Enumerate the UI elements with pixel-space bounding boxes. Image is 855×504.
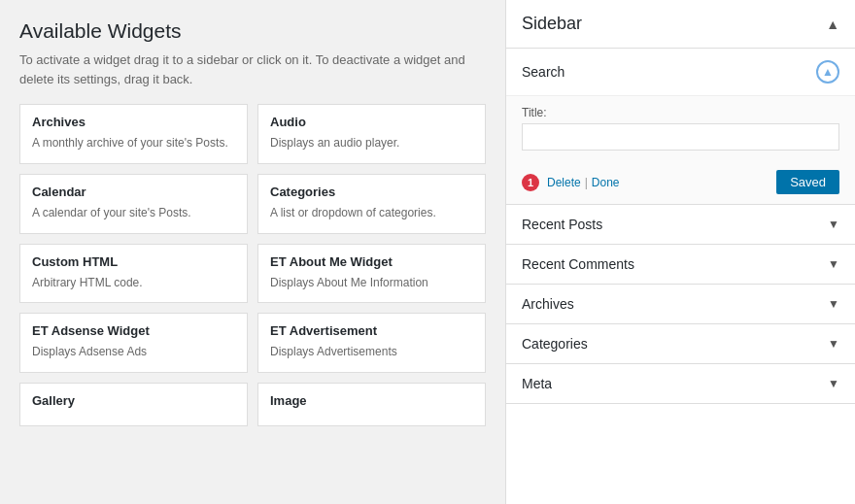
collapse-sidebar-icon[interactable]: ▲ <box>826 17 839 32</box>
widget-item-audio[interactable]: Audio Displays an audio player. <box>257 104 486 164</box>
page-title: Available Widgets <box>19 19 486 43</box>
widget-title: Calendar <box>32 185 235 199</box>
search-widget-toggle[interactable]: ▲ <box>816 60 839 84</box>
categories-title: Categories <box>522 336 588 352</box>
archives-title: Archives <box>522 296 574 312</box>
title-input[interactable] <box>522 123 839 151</box>
recent-posts-title: Recent Posts <box>522 217 602 232</box>
search-widget-header: Search ▲ <box>506 49 855 95</box>
widget-item-gallery[interactable]: Gallery <box>19 383 248 426</box>
recent-posts-header[interactable]: Recent Posts ▼ <box>506 205 855 244</box>
widget-desc: Displays About Me Information <box>270 275 473 291</box>
meta-widget: Meta ▼ <box>506 364 855 404</box>
title-label: Title: <box>522 106 839 119</box>
archives-header[interactable]: Archives ▼ <box>506 285 855 323</box>
widget-desc: Displays Adsense Ads <box>32 344 235 360</box>
sidebar-panel: Sidebar ▲ Search ▲ Title: 1 Delete | Don… <box>505 0 855 504</box>
widget-title: Custom HTML <box>32 254 235 269</box>
archives-widget: Archives ▼ <box>506 285 855 324</box>
sidebar-title: Sidebar <box>522 14 582 34</box>
recent-posts-widget: Recent Posts ▼ <box>506 205 855 245</box>
recent-comments-widget: Recent Comments ▼ <box>506 245 855 285</box>
widget-title: ET About Me Widget <box>270 254 473 269</box>
widget-desc: Arbitrary HTML code. <box>32 275 235 291</box>
widget-desc: Displays Advertisements <box>270 344 473 360</box>
widget-item-et-about-me[interactable]: ET About Me Widget Displays About Me Inf… <box>257 244 486 304</box>
archives-chevron-icon: ▼ <box>828 297 839 311</box>
page-description: To activate a widget drag it to a sideba… <box>19 50 486 88</box>
recent-comments-title: Recent Comments <box>522 256 634 272</box>
notification-badge: 1 <box>522 174 539 191</box>
widget-item-et-adsense[interactable]: ET Adsense Widget Displays Adsense Ads <box>19 313 248 373</box>
widget-item-image[interactable]: Image <box>257 383 486 426</box>
saved-button[interactable]: Saved <box>776 170 839 194</box>
widget-item-archives[interactable]: Archives A monthly archive of your site'… <box>19 104 248 164</box>
widget-title: ET Adsense Widget <box>32 323 235 338</box>
available-widgets-panel: Available Widgets To activate a widget d… <box>0 0 505 504</box>
widget-desc: A list or dropdown of categories. <box>270 205 473 221</box>
widget-title: Gallery <box>32 393 235 408</box>
categories-header[interactable]: Categories ▼ <box>506 324 855 363</box>
widget-action-links: 1 Delete | Done <box>522 174 620 191</box>
sidebar-header: Sidebar ▲ <box>506 0 855 49</box>
widget-item-et-advertisement[interactable]: ET Advertisement Displays Advertisements <box>257 313 486 373</box>
search-widget-title: Search <box>522 64 564 80</box>
search-widget-body: Title: <box>506 95 855 162</box>
widget-title: ET Advertisement <box>270 323 473 338</box>
widget-title: Categories <box>270 185 473 199</box>
separator: | <box>585 176 588 189</box>
widget-item-custom-html[interactable]: Custom HTML Arbitrary HTML code. <box>19 244 248 304</box>
page-container: Available Widgets To activate a widget d… <box>0 0 855 504</box>
categories-chevron-icon: ▼ <box>828 337 839 351</box>
widget-item-categories[interactable]: Categories A list or dropdown of categor… <box>257 174 486 234</box>
recent-comments-header[interactable]: Recent Comments ▼ <box>506 245 855 284</box>
search-widget-actions: 1 Delete | Done Saved <box>506 162 855 204</box>
widget-title: Audio <box>270 115 473 129</box>
widget-title: Archives <box>32 115 235 129</box>
widget-desc: Displays an audio player. <box>270 135 473 151</box>
widget-item-calendar[interactable]: Calendar A calendar of your site's Posts… <box>19 174 248 234</box>
search-widget-expanded: Search ▲ Title: 1 Delete | Done Saved <box>506 49 855 205</box>
widget-title: Image <box>270 393 473 408</box>
meta-header[interactable]: Meta ▼ <box>506 364 855 403</box>
widget-desc: A monthly archive of your site's Posts. <box>32 135 235 151</box>
categories-widget: Categories ▼ <box>506 324 855 364</box>
widget-desc: A calendar of your site's Posts. <box>32 205 235 221</box>
recent-posts-chevron-icon: ▼ <box>828 218 839 231</box>
meta-title: Meta <box>522 376 552 391</box>
delete-link[interactable]: Delete <box>547 176 581 189</box>
done-link[interactable]: Done <box>592 176 620 189</box>
widgets-grid: Archives A monthly archive of your site'… <box>19 104 486 426</box>
recent-comments-chevron-icon: ▼ <box>828 257 839 271</box>
meta-chevron-icon: ▼ <box>828 377 839 390</box>
